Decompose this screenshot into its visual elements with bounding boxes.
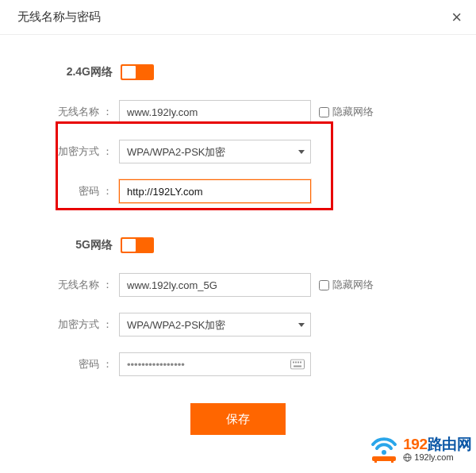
band24-enc-label: 加密方式 ： [0,144,119,159]
svg-rect-8 [374,461,377,463]
band5-ssid-label: 无线名称 ： [0,278,119,292]
watermark-title: 192路由网 [403,436,471,452]
band5-enc-label: 加密方式 ： [0,317,119,332]
band24-hide-wrap[interactable]: 隐藏网络 [319,105,374,119]
band5-pwd-label: 密码 ： [0,357,119,371]
close-icon[interactable]: × [451,9,462,26]
band24-pwd-label: 密码 ： [0,184,119,198]
watermark: 192路由网 192ly.com [368,435,471,463]
watermark-url: 192ly.com [403,453,471,463]
svg-point-6 [382,450,386,455]
band24-toggle[interactable] [121,64,154,80]
globe-icon [403,453,412,462]
svg-rect-9 [391,461,393,463]
svg-rect-7 [372,456,396,461]
band5-heading: 5G网络 [0,238,119,252]
band5-enc-select[interactable]: WPA/WPA2-PSK加密 [119,313,311,336]
band24-pwd-input[interactable] [119,179,311,203]
band24-hide-checkbox[interactable] [319,107,329,117]
band24-hide-label: 隐藏网络 [332,105,374,119]
band5-toggle[interactable] [121,237,154,253]
band5-hide-checkbox[interactable] [319,280,329,290]
wifi-router-icon [368,435,400,463]
save-button[interactable]: 保存 [190,403,286,435]
band24-ssid-label: 无线名称 ： [0,105,119,119]
band5-ssid-input[interactable] [119,273,311,297]
band24-heading: 2.4G网络 [0,65,119,79]
dialog-title: 无线名称与密码 [17,10,101,25]
band5-hide-wrap[interactable]: 隐藏网络 [319,278,374,292]
band5-hide-label: 隐藏网络 [332,278,374,292]
band5-pwd-input[interactable] [119,352,311,376]
band24-enc-select[interactable]: WPA/WPA2-PSK加密 [119,140,311,163]
band24-ssid-input[interactable] [119,100,311,124]
